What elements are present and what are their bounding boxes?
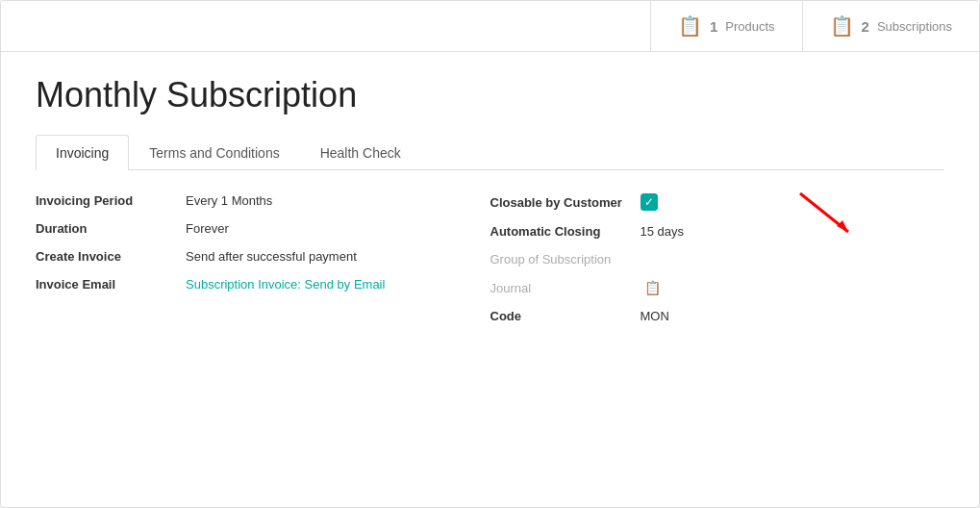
products-label: Products xyxy=(725,19,774,34)
page-title: Monthly Subscription xyxy=(36,75,944,115)
closable-label: Closable by Customer xyxy=(490,195,625,210)
invoice-email-row: Invoice Email Subscription Invoice: Send… xyxy=(36,277,490,292)
create-invoice-row: Create Invoice Send after successful pay… xyxy=(36,249,490,264)
group-subscription-label: Group of Subscription xyxy=(490,252,625,267)
subscriptions-label: Subscriptions xyxy=(877,19,952,34)
auto-closing-label: Automatic Closing xyxy=(490,224,625,239)
code-label: Code xyxy=(490,309,625,323)
invoicing-period-row: Invoicing Period Every 1 Months xyxy=(36,193,490,208)
tabs-container: Invoicing Terms and Conditions Health Ch… xyxy=(36,135,944,170)
duration-label: Duration xyxy=(36,221,170,236)
subscriptions-button[interactable]: 📋 2 Subscriptions xyxy=(802,1,979,51)
main-container: 📋 1 Products 📋 2 Subscriptions Monthly S… xyxy=(0,0,980,508)
group-subscription-row: Group of Subscription xyxy=(490,252,945,267)
duration-row: Duration Forever xyxy=(36,221,490,236)
invoice-email-label: Invoice Email xyxy=(36,277,170,292)
content-area: Monthly Subscription Invoicing Terms and… xyxy=(1,52,979,507)
auto-closing-value: 15 days xyxy=(641,224,685,239)
subscriptions-icon: 📋 xyxy=(830,14,854,38)
products-button[interactable]: 📋 1 Products xyxy=(650,1,802,51)
code-row: Code MON xyxy=(490,309,945,323)
form-area: Invoicing Period Every 1 Months Duration… xyxy=(36,193,944,323)
journal-icon: 📋 xyxy=(644,280,661,295)
journal-row: Journal 📋 xyxy=(490,280,945,295)
left-fields: Invoicing Period Every 1 Months Duration… xyxy=(36,193,490,323)
create-invoice-value: Send after successful payment xyxy=(186,249,357,264)
products-icon: 📋 xyxy=(678,14,702,38)
tab-healthcheck[interactable]: Health Check xyxy=(300,135,421,170)
tab-terms[interactable]: Terms and Conditions xyxy=(129,135,299,170)
tab-invoicing[interactable]: Invoicing xyxy=(36,135,129,170)
right-fields: Closable by Customer ✓ Automatic Closing… xyxy=(490,193,945,323)
invoice-email-value[interactable]: Subscription Invoice: Send by Email xyxy=(186,277,385,292)
duration-value: Forever xyxy=(186,221,229,236)
journal-label: Journal xyxy=(490,281,625,295)
invoicing-period-label: Invoicing Period xyxy=(36,193,170,208)
products-count: 1 xyxy=(710,18,717,35)
top-bar: 📋 1 Products 📋 2 Subscriptions xyxy=(1,1,979,52)
create-invoice-label: Create Invoice xyxy=(36,249,170,264)
code-value: MON xyxy=(641,309,669,323)
invoicing-period-value: Every 1 Months xyxy=(186,193,272,208)
subscriptions-count: 2 xyxy=(862,18,869,35)
auto-closing-row: Automatic Closing 15 days xyxy=(490,224,945,239)
closable-row: Closable by Customer ✓ xyxy=(490,193,945,211)
closable-checkbox[interactable]: ✓ xyxy=(641,193,658,211)
